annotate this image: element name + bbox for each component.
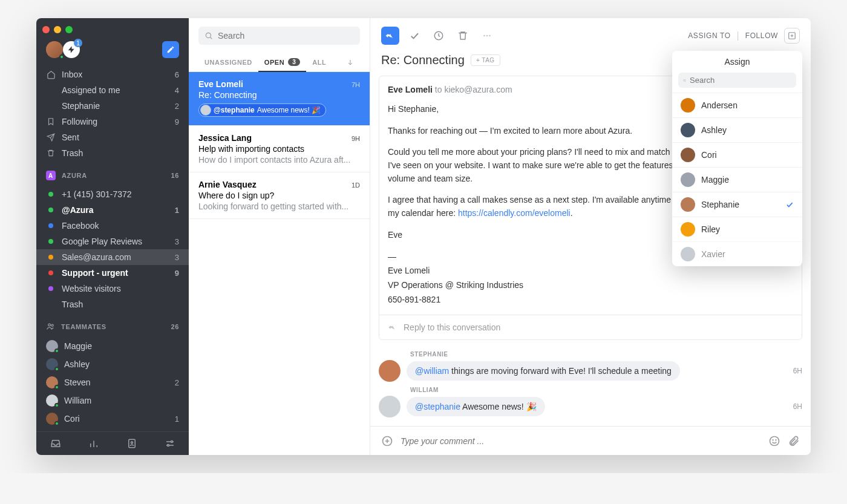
teammate-item[interactable]: William <box>36 391 189 410</box>
teammate-item[interactable]: Cori1 <box>36 410 189 428</box>
assign-option[interactable]: Riley <box>672 217 802 241</box>
people-icon <box>46 322 55 331</box>
svg-point-9 <box>486 35 488 37</box>
assign-option[interactable]: Maggie <box>672 167 802 192</box>
nav-sent[interactable]: Sent <box>36 129 189 145</box>
reply-icon <box>388 322 397 332</box>
assign-option[interactable]: Stephanie <box>672 192 802 217</box>
assign-option[interactable]: Andersen <box>672 93 802 117</box>
activity-button[interactable]: 1 <box>63 41 80 58</box>
trash-icon <box>457 30 468 41</box>
teammates-header[interactable]: TEAMMATES 26 <box>36 316 189 333</box>
reply-area[interactable]: Reply to this conversation <box>379 315 802 339</box>
channel-item[interactable]: Website visitors <box>36 281 189 296</box>
window-minimize-icon[interactable] <box>54 26 61 33</box>
svg-point-6 <box>206 33 211 38</box>
channel-dot-icon <box>48 208 53 212</box>
nav-assigned[interactable]: Assigned to me 4 <box>36 82 189 98</box>
mention[interactable]: @stephanie <box>415 402 460 411</box>
channel-item[interactable]: +1 (415) 301-7372 <box>36 186 189 202</box>
popover-title: Assign <box>672 51 802 73</box>
channel-dot-icon <box>48 270 53 275</box>
channel-item[interactable]: Google Play Reviews3 <box>36 234 189 249</box>
nav-primary: Inbox 6 Assigned to me 4 Stephanie 2 Fol… <box>36 63 189 165</box>
bottom-inbox-button[interactable] <box>36 438 74 449</box>
assign-option[interactable]: Ashley <box>672 117 802 142</box>
calendly-link[interactable]: https://calendly.com/evelomeli <box>458 208 571 218</box>
svg-point-15 <box>776 440 776 440</box>
open-count-badge: 3 <box>288 58 300 66</box>
avatar <box>681 98 695 113</box>
channel-item[interactable]: Facebook <box>36 218 189 234</box>
popover-search-input[interactable] <box>690 76 791 85</box>
search-box[interactable] <box>198 27 360 45</box>
svg-point-8 <box>483 35 485 37</box>
window-zoom-icon[interactable] <box>65 26 73 33</box>
nav-following[interactable]: Following 9 <box>36 114 189 129</box>
conversation-item[interactable]: Arnie Vasquez1DWhere do I sign up?Lookin… <box>189 172 370 219</box>
search-icon <box>683 77 686 84</box>
svg-point-10 <box>489 35 491 37</box>
teammate-item[interactable]: Ashley <box>36 355 189 373</box>
snooze-button[interactable] <box>430 27 448 45</box>
search-wrap <box>189 18 370 53</box>
avatar <box>46 394 58 407</box>
nav-stephanie[interactable]: Stephanie 2 <box>36 98 189 114</box>
teammate-item[interactable]: Steven2 <box>36 373 189 391</box>
reply-all-icon <box>385 30 396 41</box>
bars-icon <box>88 438 99 449</box>
avatar <box>46 340 58 352</box>
nav-trash[interactable]: Trash <box>36 145 189 161</box>
expand-button[interactable] <box>784 28 800 44</box>
search-icon <box>204 31 213 40</box>
channel-dot-icon <box>48 255 53 260</box>
svg-point-0 <box>48 324 51 326</box>
bottom-settings-button[interactable] <box>151 438 189 449</box>
tab-open[interactable]: OPEN3 <box>258 53 307 72</box>
channels-list: +1 (415) 301-7372@Azura1FacebookGoogle P… <box>36 183 189 316</box>
avatar <box>681 197 695 212</box>
mention-chip: @stephanie Awesome news! 🎉 <box>198 103 326 117</box>
archive-button[interactable] <box>405 27 424 45</box>
assign-option[interactable]: Cori <box>672 142 802 167</box>
tray-icon <box>50 438 61 449</box>
comment-composer <box>370 426 811 455</box>
nav-inbox[interactable]: Inbox 6 <box>36 67 189 82</box>
plus-square-icon <box>788 31 796 40</box>
workspace-header[interactable]: A AZURA 16 <box>36 165 189 183</box>
search-input[interactable] <box>218 31 354 41</box>
emoji-icon[interactable] <box>768 435 780 447</box>
current-user-avatar[interactable] <box>46 41 63 58</box>
reply-all-button[interactable] <box>381 27 399 45</box>
assign-to-button[interactable]: ASSIGN TO <box>688 31 730 40</box>
avatar <box>681 222 695 237</box>
plus-circle-icon[interactable] <box>381 435 393 447</box>
teammate-item[interactable]: Maggie <box>36 337 189 355</box>
compose-button[interactable] <box>162 41 179 58</box>
tab-unassigned[interactable]: UNASSIGNED <box>198 54 258 71</box>
channel-item[interactable]: Sales@azura.com3 <box>36 249 189 265</box>
conversation-item[interactable]: Jessica Lang9HHelp with importing contac… <box>189 126 370 172</box>
conversation-item[interactable]: Eve Lomeli7HRe: Connecting@stephanie Awe… <box>189 72 370 126</box>
delete-button[interactable] <box>454 27 472 45</box>
presence-dot-icon <box>59 54 64 59</box>
workspace-icon: A <box>46 171 56 180</box>
attachment-icon[interactable] <box>788 435 800 447</box>
channel-item[interactable]: @Azura1 <box>36 202 189 218</box>
window-close-icon[interactable] <box>42 26 50 33</box>
channel-dot-icon <box>48 192 53 197</box>
sort-button[interactable] <box>341 54 360 71</box>
bottom-contacts-button[interactable] <box>113 438 151 449</box>
popover-search[interactable] <box>678 73 796 88</box>
comment-input[interactable] <box>401 436 761 446</box>
assign-option[interactable]: Xavier <box>672 241 802 266</box>
channel-item[interactable]: Support - urgent9 <box>36 265 189 281</box>
comment: STEPHANIE @william things are moving for… <box>379 351 802 382</box>
bottom-analytics-button[interactable] <box>74 438 113 449</box>
follow-button[interactable]: FOLLOW <box>745 31 778 40</box>
add-tag-button[interactable]: + TAG <box>471 54 500 66</box>
mention[interactable]: @william <box>415 366 449 376</box>
tab-all[interactable]: ALL <box>306 54 332 71</box>
more-button[interactable] <box>478 27 496 45</box>
channel-item[interactable]: Trash <box>36 296 189 312</box>
